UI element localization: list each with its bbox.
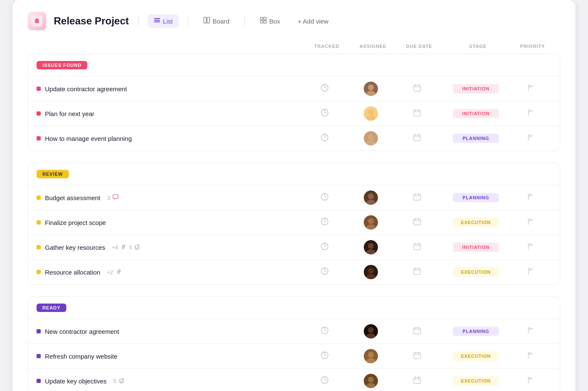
tracked-cell[interactable]	[299, 133, 350, 144]
stage-badge[interactable]: PLANNING	[453, 193, 499, 202]
avatar[interactable]	[364, 215, 378, 230]
tracked-cell[interactable]	[299, 242, 350, 253]
duedate-cell[interactable]	[392, 217, 442, 228]
calendar-icon[interactable]	[413, 242, 421, 253]
tracked-cell[interactable]	[299, 376, 350, 386]
priority-cell[interactable]	[509, 193, 551, 203]
avatar[interactable]	[364, 240, 378, 254]
priority-cell[interactable]	[509, 134, 551, 143]
flag-icon[interactable]	[527, 376, 534, 386]
duedate-cell[interactable]	[392, 108, 442, 119]
calendar-icon[interactable]	[413, 351, 421, 362]
priority-cell[interactable]	[509, 218, 551, 227]
stage-cell[interactable]: INITIATION	[442, 243, 509, 252]
stage-badge[interactable]: EXECUTION	[453, 218, 499, 227]
stage-badge[interactable]: EXECUTION	[453, 376, 499, 386]
avatar[interactable]	[364, 265, 378, 279]
tracked-icon[interactable]	[320, 133, 329, 144]
tracked-cell[interactable]	[299, 267, 350, 277]
group-badge-issues-found[interactable]: ISSUES FOUND	[37, 61, 87, 69]
stage-cell[interactable]: INITIATION	[442, 109, 509, 118]
stage-badge[interactable]: INITIATION	[453, 243, 499, 252]
stage-cell[interactable]: PLANNING	[442, 193, 509, 202]
stage-cell[interactable]: EXECUTION	[442, 267, 509, 277]
flag-icon[interactable]	[527, 84, 534, 94]
avatar[interactable]	[364, 349, 378, 363]
duedate-cell[interactable]	[392, 351, 442, 362]
tracked-cell[interactable]	[299, 193, 350, 203]
tab-list[interactable]: List	[148, 14, 178, 28]
stage-cell[interactable]: EXECUTION	[442, 351, 509, 361]
group-badge-review[interactable]: REVIEW	[37, 170, 69, 178]
priority-cell[interactable]	[509, 376, 551, 386]
tab-board[interactable]: Board	[197, 14, 235, 28]
calendar-icon[interactable]	[413, 193, 421, 203]
stage-badge[interactable]: EXECUTION	[453, 351, 499, 361]
tracked-cell[interactable]	[299, 326, 350, 337]
priority-cell[interactable]	[509, 109, 551, 119]
add-view-button[interactable]: + Add view	[294, 15, 333, 27]
stage-cell[interactable]: PLANNING	[442, 134, 509, 143]
duedate-cell[interactable]	[392, 84, 442, 94]
assignee-cell[interactable]	[350, 106, 392, 121]
stage-cell[interactable]: EXECUTION	[442, 218, 509, 227]
tab-box[interactable]: Box	[254, 14, 286, 28]
assignee-cell[interactable]	[350, 190, 392, 205]
stage-cell[interactable]: EXECUTION	[442, 376, 509, 386]
flag-icon[interactable]	[527, 327, 534, 336]
duedate-cell[interactable]	[392, 326, 442, 337]
avatar[interactable]	[364, 131, 378, 145]
avatar[interactable]	[364, 82, 378, 96]
priority-cell[interactable]	[509, 351, 551, 361]
calendar-icon[interactable]	[413, 326, 421, 337]
assignee-cell[interactable]	[350, 265, 392, 279]
tracked-cell[interactable]	[299, 84, 350, 94]
assignee-cell[interactable]	[350, 131, 392, 145]
flag-icon[interactable]	[527, 109, 534, 119]
priority-cell[interactable]	[509, 267, 551, 277]
stage-badge[interactable]: INITIATION	[453, 109, 499, 118]
flag-icon[interactable]	[527, 134, 534, 143]
flag-icon[interactable]	[527, 218, 534, 227]
tracked-icon[interactable]	[320, 267, 329, 277]
assignee-cell[interactable]	[350, 82, 392, 96]
tracked-cell[interactable]	[299, 351, 350, 362]
priority-cell[interactable]	[509, 84, 551, 94]
tracked-icon[interactable]	[320, 84, 329, 94]
tracked-icon[interactable]	[320, 193, 329, 203]
tracked-icon[interactable]	[320, 108, 329, 119]
calendar-icon[interactable]	[413, 133, 421, 144]
calendar-icon[interactable]	[413, 108, 421, 119]
duedate-cell[interactable]	[392, 193, 442, 203]
priority-cell[interactable]	[509, 243, 551, 252]
calendar-icon[interactable]	[413, 376, 421, 386]
stage-cell[interactable]: INITIATION	[442, 84, 509, 93]
assignee-cell[interactable]	[350, 324, 392, 338]
stage-badge[interactable]: EXECUTION	[453, 267, 499, 277]
calendar-icon[interactable]	[413, 267, 421, 277]
flag-icon[interactable]	[527, 193, 534, 203]
stage-cell[interactable]: PLANNING	[442, 327, 509, 336]
avatar[interactable]	[364, 374, 378, 388]
flag-icon[interactable]	[527, 243, 534, 252]
assignee-cell[interactable]	[350, 215, 392, 230]
duedate-cell[interactable]	[392, 242, 442, 253]
tracked-cell[interactable]	[299, 217, 350, 228]
assignee-cell[interactable]	[350, 374, 392, 388]
duedate-cell[interactable]	[392, 376, 442, 386]
flag-icon[interactable]	[527, 351, 534, 361]
avatar[interactable]	[364, 106, 378, 121]
stage-badge[interactable]: PLANNING	[453, 327, 499, 336]
avatar[interactable]	[364, 190, 378, 205]
avatar[interactable]	[364, 324, 378, 338]
duedate-cell[interactable]	[392, 267, 442, 277]
priority-cell[interactable]	[509, 327, 551, 336]
tracked-icon[interactable]	[320, 217, 329, 228]
calendar-icon[interactable]	[413, 217, 421, 228]
stage-badge[interactable]: PLANNING	[453, 134, 499, 143]
flag-icon[interactable]	[527, 267, 534, 277]
stage-badge[interactable]: INITIATION	[453, 84, 499, 93]
assignee-cell[interactable]	[350, 349, 392, 363]
tracked-icon[interactable]	[320, 326, 329, 337]
tracked-icon[interactable]	[320, 351, 329, 362]
